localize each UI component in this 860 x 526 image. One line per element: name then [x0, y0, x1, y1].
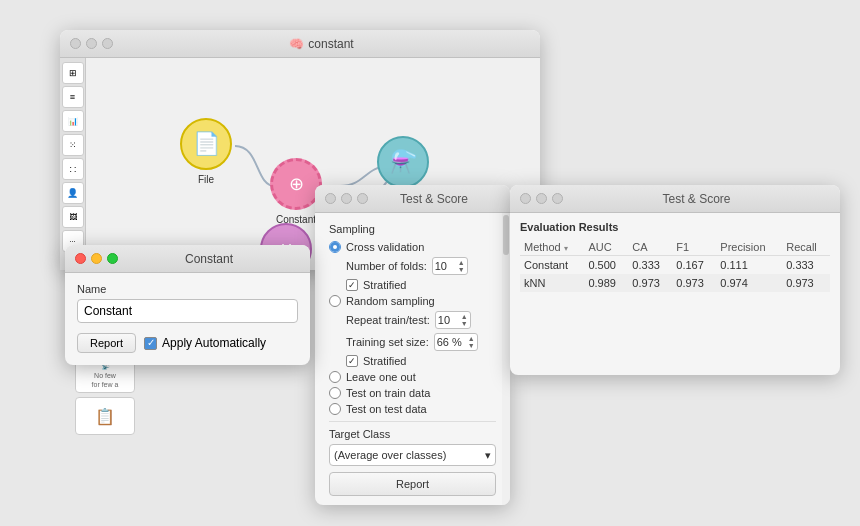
- eval-close[interactable]: [520, 193, 531, 204]
- eval-body: Evaluation Results Method ▾ AUC CA F1 Pr…: [510, 213, 840, 300]
- random-sampling-radio[interactable]: [329, 295, 341, 307]
- leave-one-out-label: Leave one out: [346, 371, 416, 383]
- sampling-panel-titlebar: Test & Score: [315, 185, 510, 213]
- random-stratified-check-icon: ✓: [348, 356, 356, 366]
- target-class-select[interactable]: (Average over classes) ▾: [329, 444, 496, 466]
- sampling-section-title: Sampling: [329, 223, 496, 235]
- col-method[interactable]: Method ▾: [520, 239, 584, 256]
- cross-validation-radio[interactable]: [329, 241, 341, 253]
- checkmark-icon: ✓: [147, 338, 155, 348]
- eval-table: Method ▾ AUC CA F1 Precision Recall Cons…: [520, 239, 830, 292]
- eval-results-panel: Test & Score Evaluation Results Method ▾…: [510, 185, 840, 375]
- test-on-train-row[interactable]: Test on train data: [329, 387, 496, 399]
- title-icon: 🧠: [289, 37, 304, 51]
- apply-auto-checkbox[interactable]: ✓: [144, 337, 157, 350]
- sampling-scroll-area[interactable]: Sampling Cross validation Number of fold…: [315, 213, 510, 505]
- training-size-spinbox[interactable]: 66 % ▲▼: [434, 333, 478, 351]
- cross-validation-label: Cross validation: [346, 241, 424, 253]
- repeat-spinbox[interactable]: 10 ▲▼: [435, 311, 471, 329]
- constant-ca: 0.333: [628, 256, 672, 275]
- training-size-value: 66 %: [437, 336, 462, 348]
- cross-stratified-checkbox[interactable]: ✓: [346, 279, 358, 291]
- constant-max-button[interactable]: [107, 253, 118, 264]
- constant-dialog-title: Constant: [118, 252, 300, 266]
- eval-min[interactable]: [536, 193, 547, 204]
- random-sampling-row[interactable]: Random sampling: [329, 295, 496, 307]
- constant-f1: 0.167: [672, 256, 716, 275]
- file-node[interactable]: 📄 File: [180, 118, 232, 185]
- test-on-test-radio[interactable]: [329, 403, 341, 415]
- repeat-spin-arrows[interactable]: ▲▼: [461, 313, 468, 327]
- folds-spinbox[interactable]: 10 ▲▼: [432, 257, 468, 275]
- sampling-min[interactable]: [341, 193, 352, 204]
- sidebar-grid-icon[interactable]: ⊞: [62, 62, 84, 84]
- knn-ca: 0.973: [628, 274, 672, 292]
- col-recall[interactable]: Recall: [782, 239, 830, 256]
- target-class-arrow-icon: ▾: [485, 449, 491, 462]
- sidebar-image-icon[interactable]: 🖼: [62, 206, 84, 228]
- repeat-label: Repeat train/test:: [346, 314, 430, 326]
- close-button[interactable]: [70, 38, 81, 49]
- random-stratified-checkbox[interactable]: ✓: [346, 355, 358, 367]
- panel-scrollbar[interactable]: [502, 213, 510, 505]
- table-row: kNN 0.989 0.973 0.973 0.974 0.973: [520, 274, 830, 292]
- test-on-train-radio[interactable]: [329, 387, 341, 399]
- folds-value: 10: [435, 260, 447, 272]
- sampling-panel-title: Test & Score: [368, 192, 500, 206]
- constant-close-button[interactable]: [75, 253, 86, 264]
- col-auc[interactable]: AUC: [584, 239, 628, 256]
- training-size-row: Training set size: 66 % ▲▼: [346, 333, 496, 351]
- constant-min-button[interactable]: [91, 253, 102, 264]
- sidebar-list-icon[interactable]: ≡: [62, 86, 84, 108]
- knn-f1: 0.973: [672, 274, 716, 292]
- training-size-label: Training set size:: [346, 336, 429, 348]
- sidebar-cluster-icon[interactable]: ⸬: [62, 158, 84, 180]
- method-sort-icon[interactable]: ▾: [564, 244, 568, 253]
- test-on-test-row[interactable]: Test on test data: [329, 403, 496, 415]
- sampling-traffic-lights: [325, 193, 368, 204]
- report-button[interactable]: Report: [77, 333, 136, 353]
- cross-validation-row[interactable]: Cross validation: [329, 241, 496, 253]
- eval-max[interactable]: [552, 193, 563, 204]
- name-input[interactable]: [77, 299, 298, 323]
- sidebar-scatter-icon[interactable]: ⁙: [62, 134, 84, 156]
- sampling-report-button[interactable]: Report: [329, 472, 496, 496]
- folds-label: Number of folds:: [346, 260, 427, 272]
- constant-method: Constant: [520, 256, 584, 275]
- sampling-body: Sampling Cross validation Number of fold…: [315, 213, 510, 505]
- training-size-spin-arrows[interactable]: ▲▼: [468, 335, 475, 349]
- minimize-button[interactable]: [86, 38, 97, 49]
- data-icon-2[interactable]: 📋: [75, 397, 135, 435]
- col-precision[interactable]: Precision: [716, 239, 782, 256]
- traffic-lights: [70, 38, 113, 49]
- random-stratified-label: Stratified: [363, 355, 406, 367]
- repeat-row: Repeat train/test: 10 ▲▼: [346, 311, 496, 329]
- file-node-label: File: [198, 174, 214, 185]
- col-f1[interactable]: F1: [672, 239, 716, 256]
- name-label: Name: [77, 283, 298, 295]
- col-ca[interactable]: CA: [628, 239, 672, 256]
- left-sidebar: ⊞ ≡ 📊 ⁙ ⸬ 👤 🖼 ···: [60, 58, 86, 270]
- test-on-train-label: Test on train data: [346, 387, 430, 399]
- constant-dialog: Constant Name Report ✓ Apply Automatical…: [65, 245, 310, 365]
- repeat-value: 10: [438, 314, 450, 326]
- folds-spin-arrows[interactable]: ▲▼: [458, 259, 465, 273]
- panel-scrollbar-thumb[interactable]: [503, 215, 509, 255]
- apply-auto-row: ✓ Apply Automatically: [144, 336, 266, 350]
- leave-one-out-radio[interactable]: [329, 371, 341, 383]
- eval-panel-title: Test & Score: [563, 192, 830, 206]
- eval-titlebar: Test & Score: [510, 185, 840, 213]
- sampling-max[interactable]: [357, 193, 368, 204]
- knn-recall: 0.973: [782, 274, 830, 292]
- leave-one-out-row[interactable]: Leave one out: [329, 371, 496, 383]
- window-title: 🧠 constant: [113, 37, 530, 51]
- folds-row: Number of folds: 10 ▲▼: [346, 257, 496, 275]
- sidebar-person-icon[interactable]: 👤: [62, 182, 84, 204]
- sidebar-chart-icon[interactable]: 📊: [62, 110, 84, 132]
- maximize-button[interactable]: [102, 38, 113, 49]
- random-sampling-label: Random sampling: [346, 295, 435, 307]
- sampling-close[interactable]: [325, 193, 336, 204]
- constant-recall: 0.333: [782, 256, 830, 275]
- test-score-panel: Test & Score Sampling Cross validation N…: [315, 185, 510, 505]
- table-row: Constant 0.500 0.333 0.167 0.111 0.333: [520, 256, 830, 275]
